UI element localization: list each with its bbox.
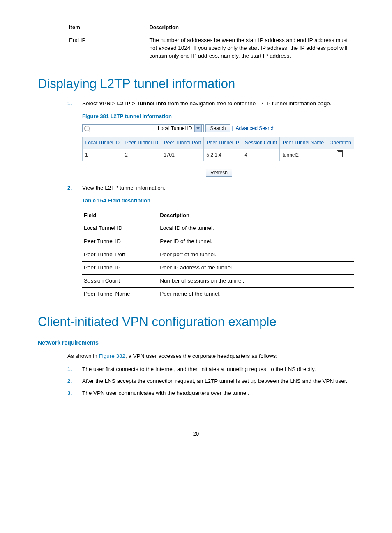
- chevron-down-icon: [194, 125, 202, 132]
- filter-select[interactable]: Local Tunnel ID: [156, 124, 204, 132]
- th-peer-tunnel-port[interactable]: Peer Tunnel Port: [161, 137, 204, 149]
- step-2-text: View the L2TP tunnel information.: [82, 185, 165, 191]
- th-local-tunnel-id[interactable]: Local Tunnel ID: [83, 137, 122, 149]
- th-peer-tunnel-name[interactable]: Peer Tunnel Name: [280, 137, 327, 149]
- col-item: Item: [67, 21, 148, 34]
- trash-icon[interactable]: [338, 151, 343, 157]
- cell-item: End IP: [67, 34, 148, 63]
- subheading-network-requirements: Network requirements: [38, 339, 354, 347]
- search-input[interactable]: [82, 124, 156, 132]
- cell-desc: The number of addresses between the star…: [148, 34, 354, 63]
- page-number: 20: [38, 430, 354, 438]
- step-1: 1. Select VPN > L2TP > Tunnel Info from …: [67, 100, 354, 177]
- item-description-table: Item Description End IP The number of ad…: [67, 21, 354, 63]
- net-step-3: 3. The VPN user communicates with the he…: [67, 389, 354, 397]
- field-description-table: Field Description Local Tunnel IDLocal I…: [82, 209, 354, 301]
- figure-caption: Figure 381 L2TP tunnel information: [82, 113, 354, 120]
- step-number: 3.: [67, 389, 72, 397]
- tunnel-table: Local Tunnel ID Peer Tunnel ID Peer Tunn…: [82, 137, 354, 161]
- intro-text: As shown in Figure 382, a VPN user acces…: [67, 352, 354, 360]
- step-number: 1.: [67, 100, 72, 108]
- col-description: Description: [148, 21, 354, 34]
- th-peer-tunnel-ip[interactable]: Peer Tunnel IP: [204, 137, 242, 149]
- table-row: 1 2 1701 5.2.1.4 4 tunnel2: [83, 149, 354, 161]
- th-operation[interactable]: Operation: [327, 137, 354, 149]
- figure-link[interactable]: Figure 382: [99, 353, 126, 359]
- col-description: Description: [158, 209, 354, 222]
- table-caption: Table 164 Field description: [82, 197, 354, 204]
- th-session-count[interactable]: Session Count: [242, 137, 280, 149]
- net-step-1: 1. The user first connects to the Intern…: [67, 366, 354, 373]
- search-icon: [84, 126, 90, 131]
- step-1-text: Select VPN > L2TP > Tunnel Info from the…: [82, 100, 332, 107]
- col-field: Field: [82, 209, 158, 222]
- step-2: 2. View the L2TP tunnel information. Tab…: [67, 184, 354, 301]
- advanced-search-link[interactable]: Advanced Search: [236, 125, 275, 132]
- net-step-2: 2. After the LNS accepts the connection …: [67, 378, 354, 385]
- step-number: 2.: [67, 378, 72, 385]
- step-number: 2.: [67, 184, 72, 192]
- step-number: 1.: [67, 366, 72, 373]
- heading-displaying-l2tp: Displaying L2TP tunnel information: [38, 75, 354, 93]
- refresh-button[interactable]: Refresh: [206, 169, 232, 177]
- heading-client-initiated-vpn: Client-initiated VPN configuration examp…: [38, 313, 354, 331]
- th-peer-tunnel-id[interactable]: Peer Tunnel ID: [122, 137, 161, 149]
- search-row: Local Tunnel ID Search | Advanced Search: [82, 124, 354, 132]
- search-button[interactable]: Search: [205, 124, 230, 132]
- filter-select-label: Local Tunnel ID: [158, 125, 192, 132]
